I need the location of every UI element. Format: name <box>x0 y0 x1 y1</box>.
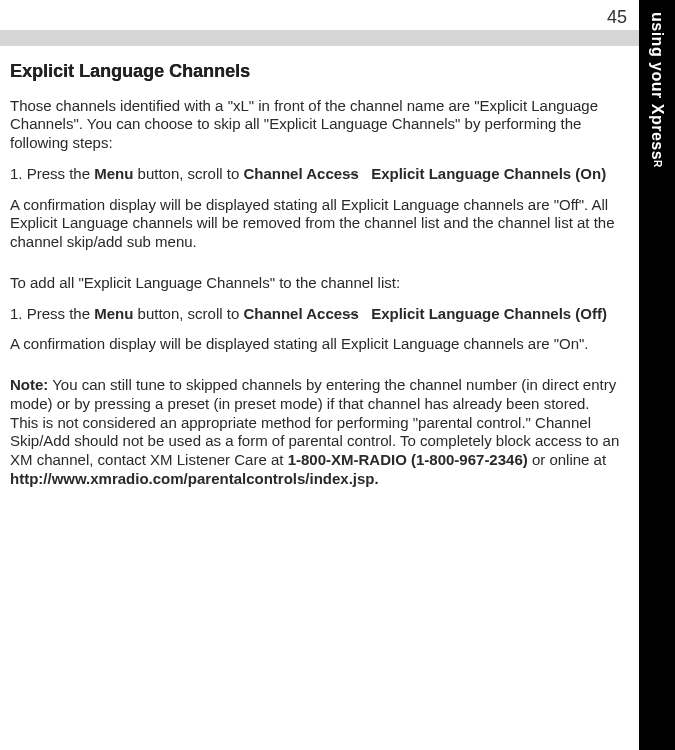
text: button, scroll to <box>133 165 243 182</box>
elc-on-label: Explicit Language Channels (On) <box>371 165 606 182</box>
section-heading: Explicit Language Channels <box>10 60 621 83</box>
side-tab-label: using your Xpress <box>647 12 667 160</box>
header-band <box>0 30 639 46</box>
note-body: or online at <box>528 451 606 468</box>
channel-access-label: Channel Access <box>243 305 358 322</box>
text: 1. Press the <box>10 165 94 182</box>
confirm-on-paragraph: A confirmation display will be displayed… <box>10 335 621 354</box>
side-tab: using your XpressR <box>639 0 675 750</box>
intro-paragraph: Those channels identified with a "xL" in… <box>10 97 621 153</box>
step-1-off: 1. Press the Menu button, scroll to Chan… <box>10 305 621 324</box>
url-text: http://www.xmradio.com/parentalcontrols/… <box>10 470 379 487</box>
text: 1. Press the <box>10 305 94 322</box>
menu-label: Menu <box>94 165 133 182</box>
page-number: 45 <box>607 6 627 29</box>
channel-access-label: Channel Access <box>243 165 358 182</box>
page-content: Explicit Language Channels Those channel… <box>10 60 625 740</box>
step-1-on: 1. Press the Menu button, scroll to Chan… <box>10 165 621 184</box>
menu-label: Menu <box>94 305 133 322</box>
confirm-off-paragraph: A confirmation display will be displayed… <box>10 196 621 252</box>
phone-number: 1-800-XM-RADIO (1-800-967-2346) <box>288 451 528 468</box>
note-paragraph: Note: You can still tune to skipped chan… <box>10 376 621 489</box>
note-label: Note: <box>10 376 48 393</box>
text: button, scroll to <box>133 305 243 322</box>
side-tab-sup: R <box>651 160 664 168</box>
elc-off-label: Explicit Language Channels (Off) <box>371 305 607 322</box>
add-intro-paragraph: To add all "Explicit Language Channels" … <box>10 274 621 293</box>
